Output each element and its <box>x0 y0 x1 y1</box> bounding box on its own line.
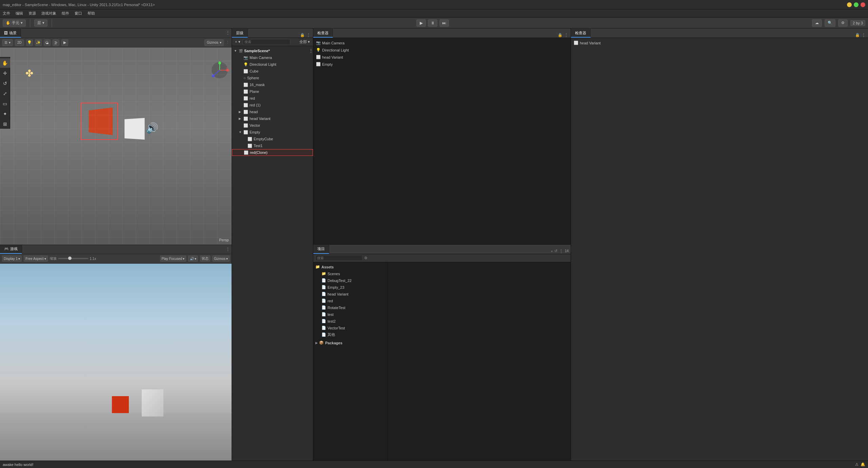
scene-light-btn[interactable]: 💡 <box>26 39 33 46</box>
inspector-main-camera[interactable]: 📷 Main Camera <box>313 39 571 46</box>
project-rotatetest[interactable]: 📄 RotateTest <box>313 304 388 311</box>
tree-item-plane[interactable]: ⬜ Plane <box>232 88 313 95</box>
project-dots-icon[interactable]: ⋮ <box>559 248 564 254</box>
audio-btn[interactable]: 🔊 ▾ <box>188 256 198 262</box>
scene-viewport[interactable]: ✤ 🔊 <box>0 47 232 245</box>
tree-item-directional-light[interactable]: 💡 Directional Light <box>232 61 313 68</box>
scene-more-icon[interactable]: ⋮ <box>226 40 230 45</box>
tool-rotate[interactable]: ↺ <box>0 79 10 88</box>
tool-hand[interactable]: ✋ <box>0 58 10 68</box>
inspector-lock-icon[interactable]: 🔒 <box>558 33 563 37</box>
layers-button[interactable]: 层 ▾ <box>34 19 47 27</box>
tab-scene[interactable]: 🖼 场景 <box>0 29 21 38</box>
tree-item-test1[interactable]: ⬜ Test1 <box>232 142 313 149</box>
tree-item-main-camera[interactable]: 📷 Main Camera <box>232 54 313 61</box>
hierarchy-dots-icon[interactable]: ⋮ <box>306 32 311 38</box>
gizmos-btn[interactable]: Gizmos ▾ <box>212 256 230 262</box>
tree-item-vector[interactable]: ⬜ Vector <box>232 122 313 129</box>
scene-tool-dropdown[interactable]: ☰ ▾ <box>2 39 13 46</box>
checker-lock-icon[interactable]: 🔒 <box>855 33 860 37</box>
hierarchy-search-input[interactable] <box>243 39 290 45</box>
project-debugtest[interactable]: 📄 DebugTest_22 <box>313 277 388 284</box>
tool-rect[interactable]: ▭ <box>0 99 10 108</box>
pause-button[interactable]: ⏸ <box>428 19 437 27</box>
play-button[interactable]: ▶ <box>416 19 426 27</box>
menu-assets[interactable]: 资源 <box>28 11 36 16</box>
minimize-button[interactable] <box>847 2 852 7</box>
hierarchy-lock-icon[interactable]: 🔒 <box>300 33 305 37</box>
tree-item-16mask[interactable]: ⬜ 16_mask <box>232 81 313 88</box>
project-other[interactable]: 📄 其他 <box>313 331 388 338</box>
settings-toolbar-button[interactable]: ⚙ <box>838 19 848 27</box>
project-filter-icon[interactable]: ⚙ <box>364 256 368 260</box>
tree-item-sphere[interactable]: ○ Sphere <box>232 75 313 81</box>
tab-game[interactable]: 🎮 游戏 <box>0 245 22 254</box>
scene-2d-btn[interactable]: 2D <box>15 39 24 46</box>
checker-head-variant[interactable]: ⬜ head Variant <box>571 39 868 46</box>
project-search-input[interactable] <box>315 255 363 261</box>
inspector-head-variant[interactable]: ⬜ head Variant <box>313 54 571 61</box>
tool-transform[interactable]: ✦ <box>0 109 10 119</box>
scale-slider[interactable] <box>58 258 88 259</box>
project-empty23[interactable]: 📄 Empty_23 <box>313 284 388 291</box>
selected-red-cube-outline[interactable] <box>81 103 118 140</box>
project-red[interactable]: 📄 red <box>313 298 388 304</box>
project-test2[interactable]: 📄 test2 <box>313 318 388 325</box>
scene-skybox-btn[interactable]: 🌤 <box>44 39 51 46</box>
inspector-directional-light[interactable]: 💡 Directional Light <box>313 46 571 54</box>
hierarchy-scene-root[interactable]: ▼ 🎬 SampleScene* ⋮ <box>232 47 313 54</box>
hand-tool-button[interactable]: ✋ 手元 ▾ <box>3 19 26 27</box>
tree-item-empty[interactable]: ▼ ⬜ Empty <box>232 129 313 136</box>
tool-custom[interactable]: ⊞ <box>0 119 10 129</box>
project-assets-root[interactable]: 📁 Assets <box>313 264 388 270</box>
game-viewport[interactable] <box>0 264 232 461</box>
close-button[interactable] <box>861 2 865 7</box>
project-packages[interactable]: ▶ 📦 Packages <box>313 340 388 346</box>
project-tab[interactable]: 项目 <box>313 245 329 254</box>
project-head-variant[interactable]: 📄 head Variant <box>313 291 388 298</box>
project-vectortest[interactable]: 📄 VectorTest <box>313 325 388 331</box>
warning-icon[interactable]: ⚠ <box>855 462 859 467</box>
menu-window[interactable]: 窗口 <box>75 11 82 16</box>
display-dropdown[interactable]: Display 1 ▾ <box>2 256 22 262</box>
cloud-button[interactable]: ☁ <box>812 19 822 27</box>
scene-fog-btn[interactable]: 🌫 <box>53 39 59 46</box>
checker-tab[interactable]: 检查器 <box>571 29 591 38</box>
notification-icon[interactable]: 🔔 <box>861 462 865 467</box>
game-menu-dots[interactable]: ⋮ <box>225 246 230 252</box>
play-focused-btn[interactable]: Play Focused ▾ <box>160 256 186 262</box>
hierarchy-add-button[interactable]: + ▾ <box>234 40 241 44</box>
inspector-tab[interactable]: 检查器 <box>313 29 333 38</box>
scene-menu-dots[interactable]: ⋮ <box>225 30 230 35</box>
menu-component[interactable]: 组件 <box>62 11 69 16</box>
scene-fx-btn[interactable]: ✨ <box>35 39 42 46</box>
red-cube-object[interactable] <box>89 107 113 135</box>
menu-help[interactable]: 帮助 <box>87 11 95 16</box>
tree-item-head[interactable]: ▶ ⬜ head <box>232 108 313 115</box>
step-button[interactable]: ⏭ <box>439 19 449 27</box>
layout-badge[interactable]: 2 by 3 <box>850 20 865 26</box>
aspect-dropdown[interactable]: Free Aspect ▾ <box>24 256 47 262</box>
tree-item-red1[interactable]: ⬜ red (1) <box>232 102 313 108</box>
inspector-empty[interactable]: ⬜ Empty <box>313 61 571 68</box>
tool-move[interactable]: ✛ <box>0 68 10 78</box>
tree-item-emptycube[interactable]: ⬜ EmptyCube <box>232 136 313 142</box>
white-cube-object[interactable] <box>124 118 144 140</box>
menu-edit[interactable]: 编辑 <box>16 11 23 16</box>
scene-anim-btn[interactable]: ▶ <box>61 39 68 46</box>
menu-file[interactable]: 文件 <box>3 11 10 16</box>
tool-scale[interactable]: ⤢ <box>0 89 10 98</box>
tree-item-red-clone[interactable]: ⬜ red(Clone) <box>232 149 313 156</box>
project-scenes[interactable]: 📁 Scenes <box>313 270 388 277</box>
scene-menu-icon[interactable]: ⋮ <box>309 48 313 53</box>
scene-gizmos-btn[interactable]: Gizmos ▾ <box>204 39 224 46</box>
hierarchy-tab[interactable]: 层级 <box>232 29 248 38</box>
tree-item-head-variant[interactable]: ▶ ⬜ head Variant <box>232 115 313 122</box>
project-add-icon[interactable]: + <box>551 249 553 253</box>
stats-btn[interactable]: 状态 <box>200 256 210 262</box>
search-toolbar-button[interactable]: 🔍 <box>825 19 835 27</box>
checker-dots-icon[interactable]: ⋮ <box>861 32 866 38</box>
tree-item-red[interactable]: ⬜ red <box>232 95 313 102</box>
inspector-dots-icon[interactable]: ⋮ <box>564 32 569 38</box>
hierarchy-filter-btn[interactable]: 全部 ▾ <box>298 39 311 44</box>
